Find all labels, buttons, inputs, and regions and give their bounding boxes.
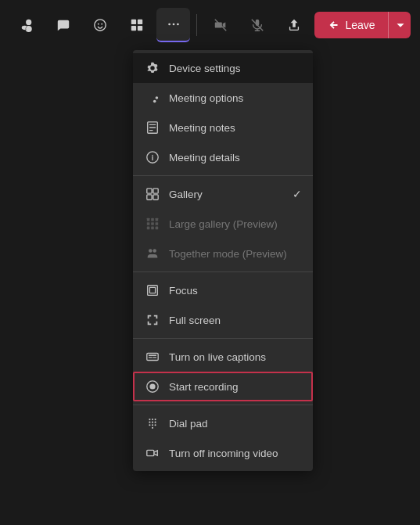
more-icon[interactable] (156, 8, 190, 42)
svg-point-0 (94, 20, 105, 31)
start-recording-label: Start recording (169, 381, 239, 393)
svg-point-9 (177, 23, 179, 26)
gear-icon (145, 61, 160, 75)
top-bar: Leave (0, 0, 420, 50)
svg-point-31 (153, 249, 156, 253)
menu-item-meeting-details[interactable]: Meeting details (133, 142, 313, 172)
live-captions-label: Turn on live captions (169, 351, 266, 363)
gallery-icon (145, 187, 160, 201)
svg-point-41 (152, 422, 153, 423)
view-icon[interactable] (120, 8, 153, 42)
leave-button[interactable]: Leave (314, 12, 411, 38)
dial-pad-label: Dial pad (169, 418, 208, 430)
leave-chevron[interactable] (388, 12, 411, 38)
svg-point-2 (101, 23, 102, 25)
incoming-video-label: Turn off incoming video (169, 448, 278, 459)
record-icon (145, 379, 160, 394)
svg-rect-34 (147, 354, 158, 361)
chat-icon[interactable] (46, 8, 80, 42)
toolbar-divider (196, 14, 197, 36)
fullscreen-icon (145, 313, 160, 327)
svg-rect-28 (151, 227, 154, 230)
menu-item-start-recording[interactable]: Start recording (133, 372, 313, 401)
svg-rect-18 (153, 189, 158, 193)
svg-point-40 (149, 422, 150, 423)
svg-rect-32 (148, 286, 158, 296)
video-incoming-icon (145, 446, 160, 460)
svg-rect-5 (131, 26, 136, 31)
svg-point-39 (155, 419, 156, 420)
menu-item-gallery[interactable]: Gallery ✓ (133, 179, 313, 209)
svg-rect-47 (147, 450, 154, 455)
svg-point-42 (155, 422, 156, 423)
menu-item-dial-pad[interactable]: Dial pad (133, 408, 313, 438)
svg-point-46 (152, 427, 153, 429)
svg-point-7 (168, 23, 171, 26)
video-off-icon[interactable] (203, 8, 237, 42)
svg-rect-4 (138, 20, 142, 24)
mic-off-icon[interactable] (240, 8, 274, 42)
menu-item-focus[interactable]: Focus (133, 275, 313, 305)
svg-rect-33 (149, 287, 155, 293)
meeting-details-label: Meeting details (169, 152, 240, 164)
svg-rect-22 (151, 218, 154, 221)
svg-point-45 (155, 424, 156, 426)
svg-rect-19 (147, 195, 152, 200)
full-screen-label: Full screen (169, 315, 221, 326)
svg-point-14 (153, 100, 156, 103)
divider-2 (133, 271, 313, 272)
svg-point-1 (98, 23, 99, 25)
svg-rect-27 (147, 227, 150, 230)
svg-rect-3 (131, 20, 136, 24)
svg-rect-25 (151, 222, 154, 225)
svg-point-8 (172, 23, 174, 26)
leave-main[interactable]: Leave (314, 12, 388, 38)
gallery-check: ✓ (293, 188, 302, 200)
svg-point-43 (149, 424, 150, 426)
meeting-notes-label: Meeting notes (169, 122, 235, 134)
menu-item-meeting-options[interactable]: Meeting options (133, 83, 313, 113)
options-icon (145, 91, 160, 105)
divider-4 (133, 405, 313, 405)
dropdown-menu: Device settings Meeting options Meeting … (133, 50, 313, 471)
svg-rect-6 (138, 26, 142, 31)
reactions-icon[interactable] (83, 8, 117, 42)
menu-item-meeting-notes[interactable]: Meeting notes (133, 113, 313, 142)
info-icon (145, 150, 160, 164)
svg-point-38 (152, 419, 153, 420)
menu-item-full-screen[interactable]: Full screen (133, 305, 313, 335)
share-icon[interactable] (277, 8, 311, 42)
menu-item-device-settings[interactable]: Device settings (133, 53, 313, 83)
svg-rect-26 (156, 222, 159, 225)
svg-rect-23 (156, 218, 159, 221)
svg-rect-21 (147, 218, 150, 221)
people-icon[interactable] (9, 8, 43, 42)
large-gallery-label: Large gallery (Preview) (169, 218, 278, 230)
menu-item-large-gallery: Large gallery (Preview) (133, 209, 313, 239)
together-mode-label: Together mode (Preview) (169, 248, 287, 260)
svg-rect-24 (147, 222, 150, 225)
menu-item-live-captions[interactable]: Turn on live captions (133, 342, 313, 372)
svg-point-13 (156, 96, 159, 99)
menu-item-incoming-video[interactable]: Turn off incoming video (133, 438, 313, 468)
focus-label: Focus (169, 285, 198, 297)
dialpad-icon (145, 416, 160, 430)
svg-rect-29 (156, 227, 159, 230)
captions-icon (145, 350, 160, 364)
leave-label: Leave (346, 19, 375, 31)
svg-point-36 (149, 383, 155, 389)
divider-1 (133, 175, 313, 176)
menu-item-together-mode: Together mode (Preview) (133, 239, 313, 268)
together-icon (145, 246, 160, 261)
svg-point-37 (149, 419, 150, 420)
svg-point-30 (149, 249, 153, 253)
svg-point-44 (152, 424, 153, 426)
meeting-options-label: Meeting options (169, 92, 243, 104)
large-gallery-icon (145, 217, 160, 231)
divider-3 (133, 338, 313, 339)
svg-rect-20 (153, 195, 158, 200)
svg-rect-17 (147, 189, 152, 193)
notes-icon (145, 120, 160, 135)
focus-icon (145, 283, 160, 297)
device-settings-label: Device settings (169, 63, 241, 74)
